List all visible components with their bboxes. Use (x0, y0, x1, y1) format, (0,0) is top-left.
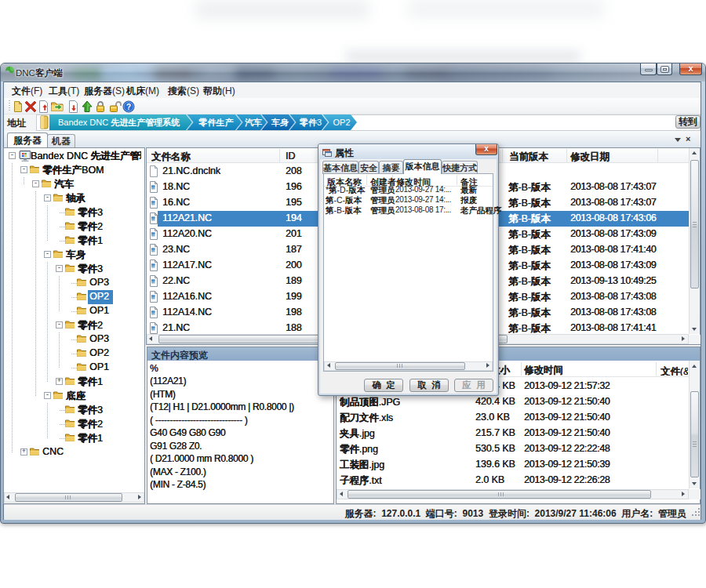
svg-text:?: ? (126, 103, 131, 111)
